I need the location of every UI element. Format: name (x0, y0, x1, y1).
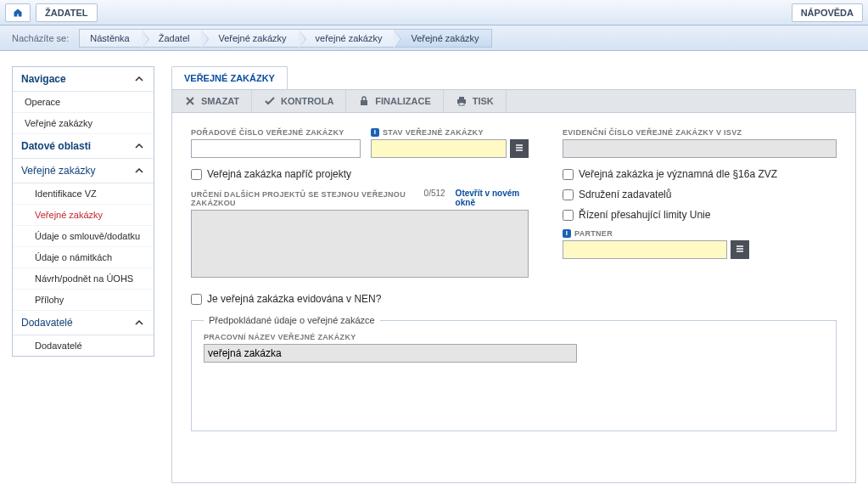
evidencni-input (563, 139, 837, 158)
breadcrumb-item-nastenka[interactable]: Nástěnka (79, 29, 141, 48)
rizeni-unie-label: Řízení přesahující limity Unie (579, 209, 710, 221)
evidovana-nen-checkbox[interactable] (191, 294, 202, 305)
rail-head-navigace[interactable]: Navigace (13, 67, 154, 92)
smazat-button[interactable]: SMAZAT (172, 90, 252, 112)
rail-head-datove-label: Datové oblasti (21, 140, 91, 152)
info-icon: i (371, 128, 379, 137)
partner-input[interactable] (563, 240, 727, 259)
breadcrumb-item-verejne-zakazky-lc[interactable]: veřejné zakázky (299, 29, 395, 48)
zadatel-button[interactable]: ŽADATEL (36, 3, 98, 22)
pracovni-nazev-input (204, 344, 577, 363)
kontrola-label: KONTROLA (281, 96, 333, 106)
poradove-label: POŘADOVÉ ČÍSLO VEŘEJNÉ ZAKÁZKY (191, 128, 361, 137)
info-icon: i (563, 229, 571, 238)
breadcrumb-prefix: Nacházíte se: (12, 33, 69, 43)
urceni-label: URČENÍ DALŠÍCH PROJEKTŮ SE STEJNOU VEŘEJ… (191, 190, 424, 207)
sidebar-item-operace[interactable]: Operace (13, 92, 154, 113)
tisk-label: TISK (473, 96, 494, 106)
rail-head-dodavatele-label: Dodavatelé (21, 317, 73, 329)
left-rail: Navigace Operace Veřejné zakázky Datové … (12, 66, 154, 357)
sidebar-item-dodavatele[interactable]: Dodavatelé (13, 335, 154, 356)
breadcrumb-item-verejne-zakazky[interactable]: Veřejné zakázky (201, 29, 298, 48)
urceni-textarea[interactable] (191, 210, 529, 278)
delete-icon (184, 95, 196, 107)
tab-verejne-zakazky[interactable]: VEŘEJNÉ ZAKÁZKY (171, 66, 288, 89)
home-icon (13, 7, 23, 19)
rail-head-navigace-label: Navigace (21, 73, 66, 85)
pracovni-nazev-label: PRACOVNÍ NÁZEV VEŘEJNÉ ZAKÁZKY (204, 333, 577, 341)
list-icon (514, 143, 524, 155)
fieldset-predpokladane: Předpokládané údaje o veřejné zakázce PR… (191, 320, 837, 431)
sidebar-item-udaje-namitky[interactable]: Údaje o námitkách (13, 247, 154, 268)
lock-icon (358, 95, 370, 107)
svg-rect-0 (361, 100, 367, 105)
finalizace-label: FINALIZACE (375, 96, 430, 106)
evidencni-label: EVIDENČNÍ ČÍSLO VEŘEJNÉ ZAKÁZKY V ISVZ (563, 128, 837, 137)
finalizace-button[interactable]: FINALIZACE (346, 90, 443, 112)
smazat-label: SMAZAT (201, 96, 239, 106)
rizeni-unie-checkbox[interactable] (563, 210, 574, 221)
stav-lookup-button[interactable] (510, 139, 529, 158)
sidebar-item-udaje-smlouva[interactable]: Údaje o smlouvě/dodatku (13, 226, 154, 247)
napoveda-button[interactable]: NÁPOVĚDA (792, 3, 863, 22)
sidebar-item-navrh-uohs[interactable]: Návrh/podnět na ÚOHS (13, 268, 154, 290)
chevron-up-icon (133, 317, 145, 329)
sdruzeni-checkbox[interactable] (563, 189, 574, 200)
breadcrumb-item-current: Veřejné zakázky (394, 29, 491, 48)
breadcrumb-item-zadatel[interactable]: Žadatel (142, 29, 202, 48)
stav-label: i STAV VEŘEJNÉ ZAKÁZKY (371, 128, 529, 137)
evidovana-nen-label: Je veřejná zakázka evidována v NEN? (207, 293, 381, 305)
partner-lookup-button[interactable] (731, 240, 749, 259)
sidebar-item-identifikace-vz[interactable]: Identifikace VZ (13, 183, 154, 205)
rail-head-datove[interactable]: Datové oblasti (13, 134, 154, 159)
print-icon (456, 95, 468, 107)
check-icon (264, 95, 276, 107)
zakazka-vyznamna-checkbox[interactable] (563, 169, 574, 180)
svg-rect-3 (459, 103, 464, 105)
partner-label: i PARTNER (563, 229, 749, 238)
rail-head-verejne-zakazky[interactable]: Veřejné zakázky (13, 159, 154, 183)
zakazka-napric-label: Veřejná zakázka napříč projekty (207, 168, 351, 180)
toolbar: SMAZAT KONTROLA FINALIZACE TISK (171, 89, 856, 113)
sidebar-item-verejne-zakazky-top[interactable]: Veřejné zakázky (13, 113, 154, 134)
sdruzeni-label: Sdružení zadavatelů (579, 189, 671, 200)
kontrola-button[interactable]: KONTROLA (252, 90, 346, 112)
urceni-open-link[interactable]: Otevřít v novém okně (456, 189, 529, 207)
sidebar-item-verejne-zakazky[interactable]: Veřejné zakázky (13, 205, 154, 226)
stav-input[interactable] (371, 139, 507, 158)
chevron-up-icon (133, 165, 145, 177)
zakazka-napric-checkbox[interactable] (191, 169, 202, 180)
chevron-up-icon (133, 73, 145, 85)
rail-head-dodavatele[interactable]: Dodavatelé (13, 311, 154, 335)
svg-rect-2 (459, 97, 464, 99)
rail-head-vz-label: Veřejné zakázky (21, 165, 95, 177)
breadcrumb: Nacházíte se: Nástěnka Žadatel Veřejné z… (0, 25, 868, 51)
home-button[interactable] (5, 3, 31, 22)
list-icon (735, 244, 745, 256)
poradove-input[interactable] (191, 139, 361, 158)
zakazka-vyznamna-label: Veřejná zakázka je významná dle §16a ZVZ (579, 168, 777, 180)
form-area: POŘADOVÉ ČÍSLO VEŘEJNÉ ZAKÁZKY i STAV VE… (171, 113, 856, 483)
sidebar-item-prilohy[interactable]: Přílohy (13, 290, 154, 311)
chevron-up-icon (133, 140, 145, 152)
tisk-button[interactable]: TISK (444, 90, 507, 112)
urceni-count: 0/512 (424, 189, 445, 207)
fieldset-legend: Předpokládané údaje o veřejné zakázce (204, 315, 380, 325)
top-bar: ŽADATEL NÁPOVĚDA (0, 0, 868, 25)
